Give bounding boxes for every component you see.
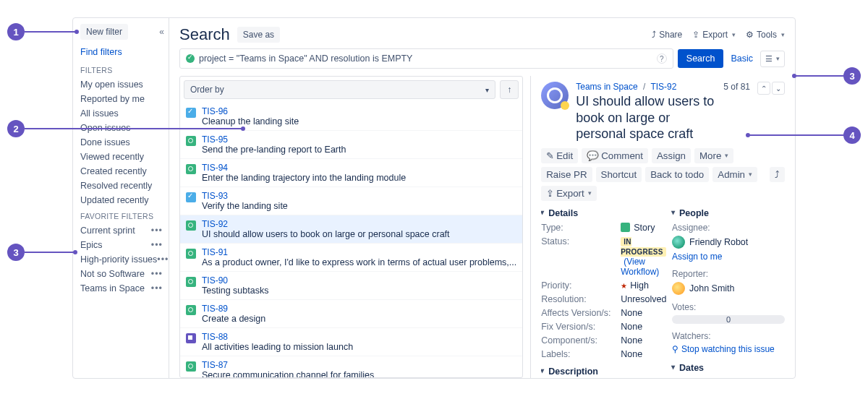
issue-list-item[interactable]: TIS-95Send the pre-landing report to Ear… [180,130,522,158]
callout-1: 1 [7,23,25,40]
shortcut-button[interactable]: Shortcut [596,167,642,182]
view-workflow-link[interactable]: (View Workflow) [621,257,659,277]
issue-list-item[interactable]: TIS-87Secure communication channel for f… [180,356,522,377]
layout-toggle[interactable]: ☰ [760,51,785,67]
filter-menu-icon[interactable]: ••• [151,240,163,250]
issue-summary: Send the pre-landing report to Earth [202,145,346,155]
basic-mode-link[interactable]: Basic [728,53,756,64]
issue-list-item[interactable]: TIS-90Testing subtasks [180,271,522,299]
priority-icon: ★ [621,282,627,290]
sidebar-favorite-item[interactable]: High-priority issues••• [80,252,169,267]
filter-menu-icon[interactable]: ••• [157,254,169,265]
callout-3-left-lead [25,252,75,253]
filter-menu-icon[interactable]: ••• [151,283,163,293]
assign-to-me-link[interactable]: Assign to me [672,252,785,262]
issue-list-item[interactable]: TIS-96Cleanup the landing site [180,103,522,130]
project-link[interactable]: Teams in Space [576,82,637,92]
stop-watching-link[interactable]: ⚲Stop watching this issue [672,344,785,354]
issue-list[interactable]: TIS-96Cleanup the landing siteTIS-95Send… [180,103,522,377]
sidebar-filter-item[interactable]: All issues [80,106,169,121]
sidebar-filter-item[interactable]: Created recently [80,164,169,179]
details-section-toggle[interactable]: Details [541,208,660,218]
save-as-button[interactable]: Save as [237,27,280,43]
issue-title: UI should allow users to book on large o… [576,93,716,142]
more-button[interactable]: More [694,148,733,163]
issue-list-item[interactable]: TIS-94Enter the landing trajectory into … [180,158,522,186]
story-type-icon [186,277,196,287]
story-type-icon [186,220,196,231]
share-icon: ⤴ [775,169,780,180]
sidebar-filter-item[interactable]: My open issues [80,77,169,92]
favorite-filters-list: Current sprint•••Epics•••High-priority i… [80,223,169,296]
breadcrumb: Teams in Space / TIS-92 [576,82,716,92]
issue-list-item[interactable]: TIS-89Create a design [180,299,522,327]
people-section-toggle[interactable]: People [672,208,785,218]
share-issue-button[interactable]: ⤴ [770,167,785,182]
tools-button[interactable]: ⚙ Tools [746,30,785,40]
prev-issue-button[interactable]: ⌃ [757,82,770,95]
story-type-icon [186,305,196,315]
callout-1-lead [25,31,77,33]
issue-list-item[interactable]: TIS-88All activities leading to mission … [180,327,522,356]
share-button[interactable]: ⤴Share [652,30,682,40]
collapse-sidebar-icon[interactable]: « [159,27,164,37]
export-issue-button[interactable]: ⇪Export [541,186,597,201]
assign-button[interactable]: Assign [652,148,691,163]
issue-summary: UI should allow users to book on large o… [202,229,450,239]
issue-key: TIS-96 [202,106,299,116]
issue-summary: Secure communication channel for familie… [202,370,374,377]
back-to-todo-button[interactable]: Back to todo [645,167,709,182]
new-filter-button[interactable]: New filter [80,24,128,40]
search-button[interactable]: Search [678,49,724,68]
story-type-icon [186,361,196,372]
type-value: Story [621,223,666,233]
raise-pr-button[interactable]: Raise PR [541,167,592,182]
pager-position: 5 of 81 [723,82,750,92]
issue-summary: Create a design [202,314,265,324]
admin-button[interactable]: Admin [712,167,757,182]
edit-button[interactable]: ✎Edit [541,148,578,163]
epic-type-icon [186,333,196,343]
sidebar-filter-item[interactable]: Done issues [80,135,169,150]
find-filters-link[interactable]: Find filters [80,47,169,57]
callout-2-lead [25,128,243,129]
sort-direction-button[interactable]: ↑ [500,80,519,99]
next-issue-button[interactable]: ⌄ [772,82,785,95]
filters-list: My open issuesReported by meAll issuesOp… [80,77,169,207]
order-by-select[interactable]: Order by [184,80,495,99]
sidebar-favorite-item[interactable]: Epics••• [80,238,169,252]
dates-section-toggle[interactable]: Dates [672,363,785,373]
main-area: Search Save as ⤴Share ⇪ Export ⚙ Tools p… [169,18,795,378]
sidebar-favorite-item[interactable]: Not so Software••• [80,267,169,281]
sidebar-favorite-item[interactable]: Teams in Space••• [80,281,169,296]
issue-list-item[interactable]: TIS-91As a product owner, I'd like to ex… [180,243,522,271]
task-type-icon [186,192,196,202]
sidebar-favorite-item[interactable]: Current sprint••• [80,223,169,238]
filter-menu-icon[interactable]: ••• [151,226,163,236]
filters-heading: FILTERS [80,66,169,74]
issue-list-panel: Order by ↑ TIS-96Cleanup the landing sit… [179,76,523,378]
issue-key-link[interactable]: TIS-92 [650,82,676,92]
jql-text: project = "Teams in Space" AND resolutio… [199,53,652,64]
issue-list-item[interactable]: TIS-92UI should allow users to book on l… [180,215,522,243]
description-section-toggle[interactable]: Description [541,366,660,377]
votes-count: 0 [672,315,785,324]
export-button[interactable]: ⇪ Export [692,30,736,40]
issue-list-item[interactable]: TIS-93Verify the landing site [180,186,522,215]
favorite-filters-heading: FAVORITE FILTERS [80,212,169,220]
comment-button[interactable]: 💬Comment [582,148,648,163]
issue-key: TIS-87 [202,360,374,370]
issue-key: TIS-91 [202,247,516,257]
callout-3-right: 3 [843,67,861,85]
gear-icon: ⚙ [746,30,754,40]
help-icon[interactable]: ? [657,53,667,64]
filter-menu-icon[interactable]: ••• [151,269,163,279]
sidebar-filter-item[interactable]: Resolved recently [80,179,169,193]
issue-summary: Verify the landing site [202,201,288,211]
avatar [672,282,685,295]
sidebar-filter-item[interactable]: Updated recently [80,193,169,207]
sidebar-filter-item[interactable]: Viewed recently [80,150,169,164]
sidebar-filter-item[interactable]: Reported by me [80,92,169,106]
status-value: IN PROGRESS (View Workflow) [621,236,666,277]
jql-input[interactable]: project = "Teams in Space" AND resolutio… [179,48,673,69]
